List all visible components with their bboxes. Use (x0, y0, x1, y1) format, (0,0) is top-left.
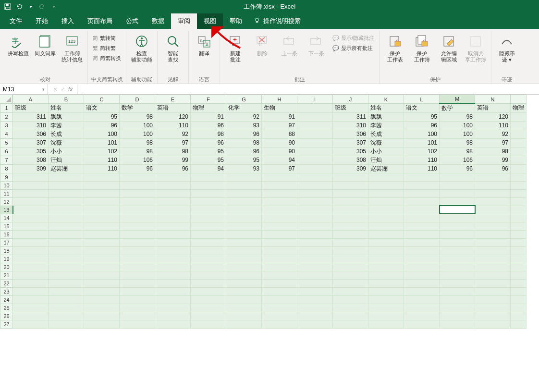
cell[interactable] (368, 263, 404, 271)
cell[interactable] (297, 138, 333, 147)
cell[interactable]: 110 (84, 164, 120, 173)
tab-data[interactable]: 数据 (145, 13, 171, 29)
protect-workbook-button[interactable]: 保护 工作簿 (409, 32, 434, 65)
cell[interactable] (191, 197, 226, 206)
cell[interactable] (297, 271, 333, 279)
cell[interactable]: 物理 (511, 104, 527, 113)
cell[interactable] (368, 271, 404, 279)
cell[interactable] (191, 230, 226, 238)
cell[interactable] (120, 181, 155, 189)
cell[interactable] (440, 295, 475, 304)
cell[interactable] (262, 304, 297, 312)
cell[interactable] (440, 312, 475, 320)
cell[interactable]: 110 (475, 121, 511, 130)
column-header[interactable]: H (262, 95, 297, 104)
column-header[interactable]: I (297, 95, 333, 104)
cell[interactable] (155, 206, 191, 214)
cell[interactable] (226, 279, 262, 287)
cell[interactable] (262, 173, 297, 181)
cell[interactable]: 班级 (333, 104, 368, 113)
row-header[interactable]: 1 (0, 104, 13, 113)
row-header[interactable]: 27 (0, 320, 13, 328)
tell-me-search[interactable]: 操作说明搜索 (249, 13, 306, 29)
cell[interactable] (440, 304, 475, 312)
cell[interactable] (511, 295, 527, 304)
cell[interactable]: 98 (155, 147, 191, 156)
cell[interactable] (297, 173, 333, 181)
cell[interactable] (404, 238, 440, 246)
cell[interactable]: 311 (333, 112, 368, 121)
cell[interactable]: 88 (262, 130, 297, 138)
select-all-button[interactable] (0, 95, 12, 103)
cell[interactable] (84, 312, 120, 320)
cell[interactable] (297, 181, 333, 189)
cell[interactable] (226, 287, 262, 295)
cell[interactable] (404, 222, 440, 230)
cell[interactable] (511, 279, 527, 287)
cell[interactable] (511, 130, 527, 138)
cell[interactable] (13, 230, 49, 238)
row-header[interactable]: 20 (0, 263, 13, 271)
cell[interactable] (262, 246, 297, 255)
cell[interactable] (475, 271, 511, 279)
column-header[interactable]: F (191, 95, 226, 104)
tab-review[interactable]: 审阅 (171, 13, 197, 29)
cell[interactable] (297, 156, 333, 164)
cell[interactable] (262, 181, 297, 189)
cell[interactable] (475, 230, 511, 238)
row-header[interactable]: 18 (0, 246, 13, 255)
cell[interactable] (49, 181, 84, 189)
unshare-workbook-button[interactable]: 取消共 享工作簿 (463, 32, 488, 65)
cell[interactable] (440, 287, 475, 295)
spreadsheet-grid[interactable]: ABCDEFGHIJKLMN1班级姓名语文数学英语物理化学生物班级姓名语文数学英… (0, 95, 539, 329)
cell[interactable] (440, 238, 475, 246)
cell[interactable] (226, 238, 262, 246)
cell[interactable] (511, 304, 527, 312)
cell[interactable] (84, 255, 120, 263)
fx-icon[interactable]: fx (68, 86, 73, 93)
cell[interactable] (368, 246, 404, 255)
cell[interactable]: 100 (404, 130, 440, 138)
cell[interactable] (511, 181, 527, 189)
cell[interactable] (13, 206, 49, 214)
cell[interactable] (120, 320, 155, 328)
cell[interactable] (511, 121, 527, 130)
cell[interactable] (368, 206, 404, 214)
cell[interactable]: 飘飘 (49, 112, 84, 121)
row-header[interactable]: 9 (0, 173, 13, 181)
row-header[interactable]: 10 (0, 181, 13, 189)
cell[interactable] (475, 263, 511, 271)
cell[interactable]: 110 (155, 121, 191, 130)
cell[interactable] (120, 263, 155, 271)
row-header[interactable]: 25 (0, 304, 13, 312)
cell[interactable] (49, 230, 84, 238)
cell[interactable] (13, 304, 49, 312)
cell[interactable] (226, 255, 262, 263)
cell[interactable] (333, 230, 368, 238)
cell[interactable] (155, 230, 191, 238)
row-header[interactable]: 17 (0, 238, 13, 246)
cell[interactable] (262, 214, 297, 222)
cell[interactable] (368, 230, 404, 238)
column-header[interactable]: G (226, 95, 262, 104)
cell[interactable] (155, 263, 191, 271)
cell[interactable] (13, 320, 49, 328)
cell[interactable]: 100 (120, 121, 155, 130)
cell[interactable]: 93 (226, 121, 262, 130)
cell[interactable]: 姓名 (368, 104, 404, 113)
cell[interactable] (49, 320, 84, 328)
cell[interactable] (333, 263, 368, 271)
cell[interactable] (333, 271, 368, 279)
cell[interactable] (191, 312, 226, 320)
cell[interactable] (333, 304, 368, 312)
row-header[interactable]: 13 (0, 206, 13, 214)
cell[interactable] (226, 197, 262, 206)
cell[interactable]: 汪灿 (49, 156, 84, 164)
cell[interactable]: 94 (262, 156, 297, 164)
cell[interactable]: 英语 (155, 104, 191, 113)
undo-icon[interactable] (15, 3, 23, 11)
cell[interactable] (13, 222, 49, 230)
cell[interactable] (440, 206, 475, 214)
column-header[interactable]: B (49, 95, 84, 104)
cell[interactable] (191, 173, 226, 181)
